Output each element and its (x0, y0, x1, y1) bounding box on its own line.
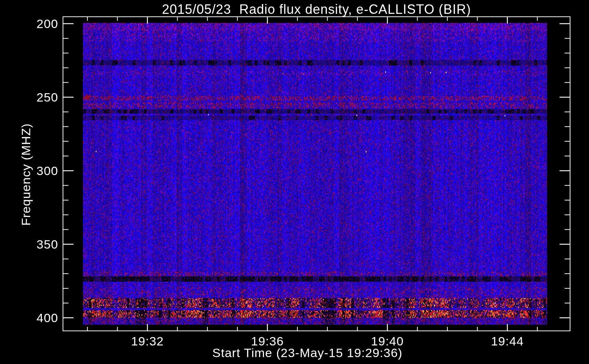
spectrogram-canvas (83, 23, 547, 325)
x-tick-label: 19:32 (131, 334, 164, 348)
x-tick-label: 19:40 (371, 334, 404, 348)
x-tick-label: 19:36 (251, 334, 284, 348)
y-tick-label: 400 (7, 312, 58, 324)
y-tick-label: 300 (7, 165, 58, 177)
spectrogram-page: { "window": { "background": "#000000", "… (0, 0, 589, 364)
y-tick-label: 350 (7, 238, 58, 250)
y-tick-label: 200 (7, 17, 58, 30)
y-tick-label: 250 (7, 91, 58, 103)
x-tick-label: 19:44 (491, 334, 524, 348)
chart-title: 2015/05/23 Radio flux density, e-CALLIST… (63, 2, 570, 17)
